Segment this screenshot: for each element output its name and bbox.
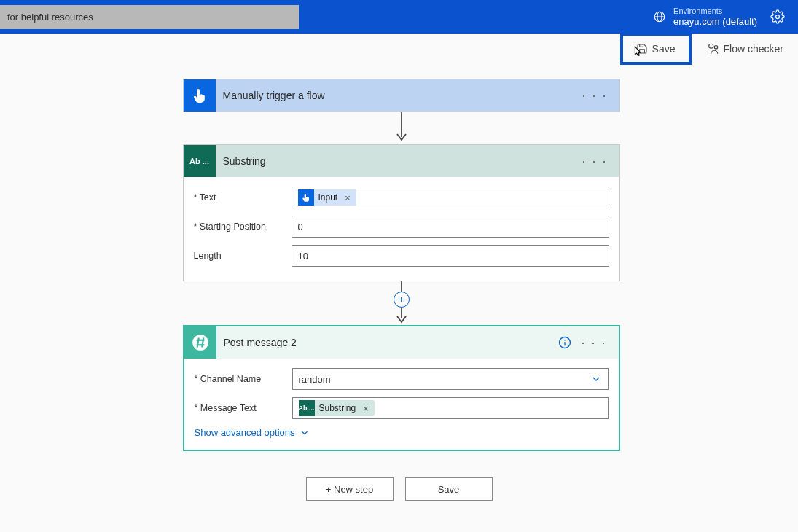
postmsg-channel-label: * Channel Name (195, 374, 292, 384)
step-trigger-more[interactable]: · · · (577, 85, 611, 106)
chevron-down-icon (590, 373, 602, 385)
save-icon (636, 43, 648, 55)
substring-length-label: Length (194, 251, 292, 261)
save-label: Save (652, 43, 676, 55)
search-text: for helpful resources (7, 12, 93, 23)
step-substring-more[interactable]: · · · (577, 151, 611, 172)
flow-checker-label: Flow checker (724, 43, 783, 55)
token-substring-label: Substring (319, 403, 356, 413)
show-advanced-options[interactable]: Show advanced options (195, 427, 310, 438)
postmsg-text-label: * Message Text (195, 403, 292, 413)
step-trigger-title: Manually trigger a flow (223, 90, 578, 101)
touch-icon (301, 192, 311, 203)
bottom-buttons: + New step Save (306, 477, 493, 501)
flow-checker-icon (706, 42, 719, 55)
token-substring[interactable]: Ab ... Substring × (299, 400, 375, 416)
touch-icon (191, 87, 208, 104)
connector-2: + (394, 281, 410, 325)
editor-toolbar: Save Flow checker (0, 34, 798, 64)
token-substring-remove[interactable]: × (360, 403, 372, 414)
step-substring[interactable]: Ab ... Substring · · · * Text Input × (183, 144, 620, 281)
top-bar: for helpful resources Environments enayu… (0, 0, 798, 34)
flow-checker-button[interactable]: Flow checker (700, 39, 789, 58)
postmsg-channel-select[interactable]: random (292, 368, 609, 390)
new-step-button[interactable]: + New step (306, 477, 394, 501)
search-box[interactable]: for helpful resources (0, 5, 299, 29)
svg-point-14 (565, 340, 566, 341)
svg-point-3 (714, 46, 718, 50)
svg-point-7 (192, 335, 208, 351)
chevron-down-icon (300, 428, 310, 438)
info-button[interactable] (558, 335, 572, 350)
substring-start-label: * Starting Position (194, 222, 292, 232)
substring-icon: Ab ... (184, 145, 216, 177)
save-bottom-button[interactable]: Save (405, 477, 493, 501)
step-postmsg-more[interactable]: · · · (576, 332, 611, 353)
globe-icon (653, 10, 666, 23)
substring-text-label: * Text (194, 192, 292, 203)
settings-button[interactable] (770, 9, 785, 24)
connector-1 (394, 112, 409, 144)
environment-picker[interactable]: Environments enayu.com (default) (653, 7, 757, 28)
step-postmsg-title: Post message 2 (224, 337, 558, 348)
postmsg-text-input[interactable]: Ab ... Substring × (292, 397, 609, 419)
hash-icon (191, 333, 210, 352)
token-input[interactable]: Input × (298, 189, 356, 206)
token-input-remove[interactable]: × (342, 192, 353, 203)
step-post-message[interactable]: Post message 2 · · · * Channel Name rand… (183, 325, 620, 451)
flow-canvas: Manually trigger a flow · · · Ab ... Sub… (0, 64, 798, 515)
info-icon (558, 335, 572, 350)
gear-icon (770, 9, 785, 24)
substring-text-input[interactable]: Input × (292, 187, 609, 208)
svg-point-2 (776, 15, 780, 19)
step-trigger[interactable]: Manually trigger a flow · · · (183, 79, 620, 112)
substring-length-input[interactable]: 10 (292, 245, 609, 267)
environment-label: Environments (673, 7, 757, 16)
save-button[interactable]: Save (620, 33, 692, 65)
token-input-label: Input (318, 192, 338, 203)
environment-name: enayu.com (default) (673, 16, 757, 28)
step-substring-title: Substring (223, 155, 578, 167)
substring-start-input[interactable]: 0 (292, 216, 609, 238)
insert-step-button[interactable]: + (394, 292, 410, 308)
